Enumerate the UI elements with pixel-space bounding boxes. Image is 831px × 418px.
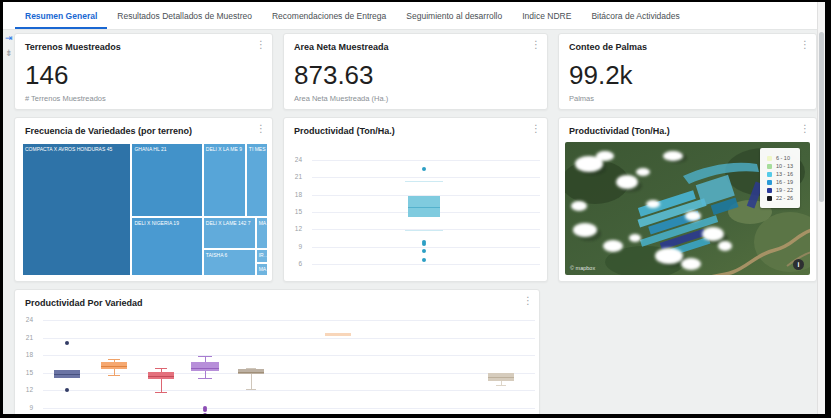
treemap-block[interactable]: IR… 1: [256, 249, 268, 262]
y-axis-tick-label: 21: [17, 334, 33, 341]
median-line: [408, 207, 440, 208]
box: [191, 362, 219, 371]
outlier-dot: [65, 341, 69, 345]
gridline: [43, 338, 535, 339]
treemap-block-label: TAISHA 6: [204, 250, 255, 258]
whisker-cap-high: [155, 368, 167, 369]
y-axis-tick-label: 12: [17, 386, 33, 393]
expand-panel-icon[interactable]: ⇥: [5, 33, 13, 43]
outlier-dot: [422, 167, 426, 171]
legend-row: 22 - 26: [767, 195, 793, 201]
vertical-scrollbar[interactable]: [817, 2, 825, 414]
legend-row: 13 - 16: [767, 171, 793, 177]
median-line: [488, 377, 514, 378]
legend-swatch: [767, 172, 772, 177]
treemap-block-label: DELI X LA ME 9: [204, 144, 245, 152]
treemap-block[interactable]: DELI X LAME 142 7: [203, 217, 256, 249]
treemap-block[interactable]: MA… 1: [256, 263, 268, 276]
treemap-block-label: DELI X LAME 142 7: [204, 218, 255, 226]
treemap-block-label: COMPACTA X AVROS HONDURAS 45: [23, 144, 130, 152]
whisker-cap-low: [405, 230, 443, 231]
gridline: [43, 320, 535, 321]
outlier-dot: [422, 249, 426, 253]
legend-label: 10 - 13: [776, 163, 793, 169]
median-line: [148, 376, 174, 377]
legend-swatch: [767, 164, 772, 169]
treemap-block[interactable]: DELI X LA ME 9: [203, 143, 246, 217]
stat-value: 99.2k: [569, 60, 633, 91]
tab-indice-ndre[interactable]: Indice NDRE: [512, 11, 581, 29]
y-axis-tick-label: 15: [17, 369, 33, 376]
info-icon[interactable]: i: [793, 259, 804, 270]
treemap-block-label: MA… 1: [257, 264, 267, 272]
gridline: [43, 355, 535, 356]
legend-row: 10 - 13: [767, 163, 793, 169]
report-tab-bar: Resumen GeneralResultados Detallados de …: [3, 2, 825, 30]
whisker-cap-high: [198, 356, 212, 357]
stat-card-conteo-palmas: Conteo de Palmas ⋮ 99.2k Palmas: [558, 33, 817, 110]
legend-swatch: [767, 188, 772, 193]
outlier-dot: [422, 258, 426, 262]
tab-resumen-general[interactable]: Resumen General: [15, 11, 107, 29]
median-line: [238, 372, 264, 373]
treemap-block[interactable]: DELI X NIGERIA 19: [131, 217, 202, 276]
treemap-block[interactable]: TAISHA 6: [203, 249, 256, 276]
kebab-menu-icon[interactable]: ⋮: [800, 40, 810, 50]
gridline: [43, 408, 535, 409]
median-line: [191, 368, 219, 369]
panel-productividad-por-variedad: Productividad Por Variedad ⋮ 24211815129: [14, 289, 540, 414]
box-plot-multi[interactable]: 24211815129: [15, 290, 541, 414]
whisker-cap-high: [405, 181, 443, 182]
treemap-chart[interactable]: COMPACTA X AVROS HONDURAS 45GHANA HL 21D…: [22, 143, 268, 276]
median-line: [101, 366, 127, 367]
outlier-dot: [65, 388, 69, 392]
tab-recomendaciones-de-entrega[interactable]: Recomendaciones de Entrega: [262, 11, 396, 29]
gridline: [312, 264, 540, 265]
legend-label: 19 - 22: [776, 187, 793, 193]
kebab-menu-icon[interactable]: ⋮: [531, 40, 541, 50]
treemap-block[interactable]: TI MES 8: [246, 143, 268, 217]
treemap-block[interactable]: COMPACTA X AVROS HONDURAS 45: [22, 143, 131, 276]
gridline: [43, 373, 535, 374]
legend-label: 6 - 10: [776, 155, 790, 161]
map-attribution: © mapbox: [570, 265, 595, 271]
y-axis-tick-label: 24: [286, 156, 302, 163]
kebab-menu-icon[interactable]: ⋮: [256, 124, 266, 134]
legend-row: 16 - 19: [767, 179, 793, 185]
legend-row: 19 - 22: [767, 187, 793, 193]
gridline: [312, 160, 540, 161]
whisker-cap-low: [198, 378, 212, 379]
dashboard-page: Resumen GeneralResultados Detallados de …: [3, 2, 825, 414]
y-axis-tick-label: 21: [286, 173, 302, 180]
satellite-map[interactable]: 6 - 1010 - 1313 - 1616 - 1919 - 2222 - 2…: [565, 142, 810, 275]
kebab-menu-icon[interactable]: ⋮: [256, 40, 266, 50]
stat-subtitle: Area Neta Muestreada (Ha.): [294, 94, 388, 103]
whisker-cap-low: [155, 392, 167, 393]
whisker-cap-low: [496, 385, 506, 386]
tab-resultados-detallados-de-muestreo[interactable]: Resultados Detallados de Muestreo: [107, 11, 262, 29]
scrollbar-thumb[interactable]: [819, 32, 824, 202]
legend-row: 6 - 10: [767, 155, 793, 161]
legend-swatch: [767, 180, 772, 185]
gridline: [312, 247, 540, 248]
stat-card-area-neta: Area Neta Muestreada ⋮ 873.63 Area Neta …: [283, 33, 548, 110]
y-axis-tick-label: 6: [286, 260, 302, 267]
treemap-block-label: TI MES 8: [247, 144, 267, 152]
stat-card-title: Terrenos Muestreados: [25, 42, 121, 52]
kebab-menu-icon[interactable]: ⋮: [800, 124, 810, 134]
gridline: [312, 177, 540, 178]
legend-swatch: [767, 196, 772, 201]
y-axis-tick-label: 9: [286, 243, 302, 250]
tab-bit-cora-de-actividades[interactable]: Bitácora de Actividades: [581, 11, 689, 29]
box-plot-single[interactable]: 242118151296: [284, 118, 549, 283]
treemap-block-label: GHANA HL 21: [132, 144, 201, 152]
legend-label: 13 - 16: [776, 171, 793, 177]
panel-productividad-box: Productividad (Ton/Ha.) ⋮ 242118151296: [283, 117, 548, 282]
treemap-block[interactable]: GHANA HL 21: [131, 143, 202, 217]
filter-icon[interactable]: ⇟: [5, 48, 13, 58]
panel-title: Frecuencia de Variedades (por terreno): [25, 126, 192, 136]
median-line: [54, 374, 80, 375]
stat-card-title: Area Neta Muestreada: [294, 42, 389, 52]
tab-seguimiento-al-desarrollo[interactable]: Seguimiento al desarrollo: [396, 11, 512, 29]
treemap-block[interactable]: MA… 2: [256, 217, 268, 249]
